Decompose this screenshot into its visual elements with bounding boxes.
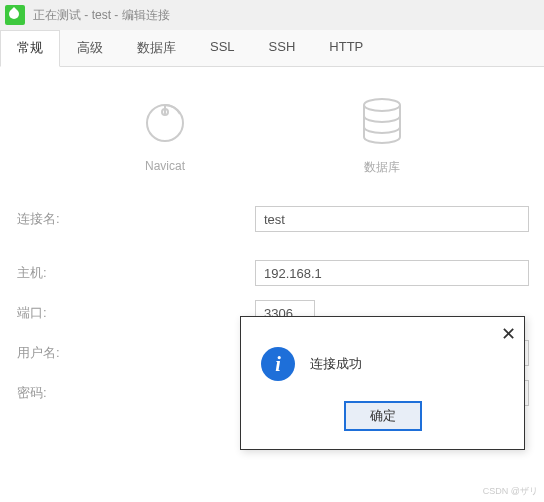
window-titlebar: 正在测试 - test - 编辑连接 [0, 0, 544, 30]
navicat-icon [140, 101, 190, 149]
ok-button[interactable]: 确定 [344, 401, 422, 431]
tab-general[interactable]: 常规 [0, 30, 60, 67]
host-input[interactable] [255, 260, 529, 286]
tab-ssh[interactable]: SSH [252, 30, 313, 66]
username-label: 用户名: [15, 344, 255, 362]
connection-name-input[interactable] [255, 206, 529, 232]
tab-database[interactable]: 数据库 [120, 30, 193, 66]
host-label: 主机: [15, 264, 255, 282]
info-icon: i [261, 347, 295, 381]
password-label: 密码: [15, 384, 255, 402]
tab-bar: 常规 高级 数据库 SSL SSH HTTP [0, 30, 544, 67]
tab-advanced[interactable]: 高级 [60, 30, 120, 66]
app-icon [5, 5, 25, 25]
database-icon [360, 97, 404, 149]
message-dialog: ✕ i 连接成功 确定 [240, 316, 525, 450]
tab-ssl[interactable]: SSL [193, 30, 252, 66]
navicat-label: Navicat [140, 159, 190, 173]
window-title: 正在测试 - test - 编辑连接 [33, 7, 170, 24]
dialog-message: 连接成功 [310, 355, 362, 373]
connection-name-label: 连接名: [15, 210, 255, 228]
port-label: 端口: [15, 304, 255, 322]
svg-point-2 [364, 99, 400, 111]
tab-http[interactable]: HTTP [312, 30, 380, 66]
close-icon[interactable]: ✕ [501, 323, 516, 345]
database-label: 数据库 [360, 159, 404, 176]
watermark: CSDN @ザリ [483, 485, 538, 498]
